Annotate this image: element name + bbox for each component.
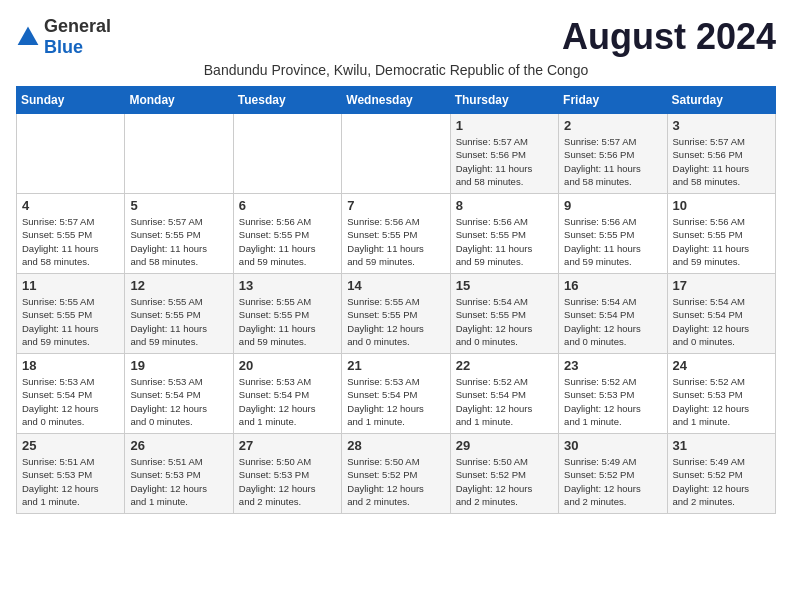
day-number: 10 [673, 198, 770, 213]
day-info: Sunrise: 5:51 AM Sunset: 5:53 PM Dayligh… [130, 455, 227, 508]
day-info: Sunrise: 5:51 AM Sunset: 5:53 PM Dayligh… [22, 455, 119, 508]
day-cell: 6Sunrise: 5:56 AM Sunset: 5:55 PM Daylig… [233, 194, 341, 274]
day-number: 25 [22, 438, 119, 453]
day-info: Sunrise: 5:50 AM Sunset: 5:52 PM Dayligh… [456, 455, 553, 508]
day-number: 9 [564, 198, 661, 213]
day-info: Sunrise: 5:54 AM Sunset: 5:55 PM Dayligh… [456, 295, 553, 348]
day-info: Sunrise: 5:57 AM Sunset: 5:55 PM Dayligh… [130, 215, 227, 268]
day-info: Sunrise: 5:56 AM Sunset: 5:55 PM Dayligh… [456, 215, 553, 268]
day-info: Sunrise: 5:49 AM Sunset: 5:52 PM Dayligh… [673, 455, 770, 508]
day-cell: 1Sunrise: 5:57 AM Sunset: 5:56 PM Daylig… [450, 114, 558, 194]
logo-icon [16, 25, 40, 49]
month-title: August 2024 [562, 16, 776, 58]
day-number: 20 [239, 358, 336, 373]
day-number: 29 [456, 438, 553, 453]
day-cell [17, 114, 125, 194]
day-number: 13 [239, 278, 336, 293]
header-cell-sunday: Sunday [17, 87, 125, 114]
day-number: 28 [347, 438, 444, 453]
day-number: 2 [564, 118, 661, 133]
day-info: Sunrise: 5:55 AM Sunset: 5:55 PM Dayligh… [22, 295, 119, 348]
day-number: 5 [130, 198, 227, 213]
day-info: Sunrise: 5:53 AM Sunset: 5:54 PM Dayligh… [347, 375, 444, 428]
day-info: Sunrise: 5:52 AM Sunset: 5:53 PM Dayligh… [564, 375, 661, 428]
header-cell-monday: Monday [125, 87, 233, 114]
day-number: 21 [347, 358, 444, 373]
day-cell: 4Sunrise: 5:57 AM Sunset: 5:55 PM Daylig… [17, 194, 125, 274]
day-info: Sunrise: 5:55 AM Sunset: 5:55 PM Dayligh… [239, 295, 336, 348]
day-cell: 2Sunrise: 5:57 AM Sunset: 5:56 PM Daylig… [559, 114, 667, 194]
day-cell: 29Sunrise: 5:50 AM Sunset: 5:52 PM Dayli… [450, 434, 558, 514]
day-info: Sunrise: 5:49 AM Sunset: 5:52 PM Dayligh… [564, 455, 661, 508]
logo-general: General [44, 16, 111, 36]
day-cell: 8Sunrise: 5:56 AM Sunset: 5:55 PM Daylig… [450, 194, 558, 274]
day-cell: 7Sunrise: 5:56 AM Sunset: 5:55 PM Daylig… [342, 194, 450, 274]
day-cell: 24Sunrise: 5:52 AM Sunset: 5:53 PM Dayli… [667, 354, 775, 434]
day-number: 24 [673, 358, 770, 373]
header-cell-friday: Friday [559, 87, 667, 114]
calendar-subtitle: Bandundu Province, Kwilu, Democratic Rep… [16, 62, 776, 78]
svg-marker-0 [18, 27, 39, 45]
day-number: 3 [673, 118, 770, 133]
day-info: Sunrise: 5:54 AM Sunset: 5:54 PM Dayligh… [564, 295, 661, 348]
week-row-1: 1Sunrise: 5:57 AM Sunset: 5:56 PM Daylig… [17, 114, 776, 194]
day-info: Sunrise: 5:56 AM Sunset: 5:55 PM Dayligh… [239, 215, 336, 268]
day-info: Sunrise: 5:53 AM Sunset: 5:54 PM Dayligh… [239, 375, 336, 428]
day-info: Sunrise: 5:50 AM Sunset: 5:52 PM Dayligh… [347, 455, 444, 508]
day-cell: 11Sunrise: 5:55 AM Sunset: 5:55 PM Dayli… [17, 274, 125, 354]
day-number: 6 [239, 198, 336, 213]
day-cell: 30Sunrise: 5:49 AM Sunset: 5:52 PM Dayli… [559, 434, 667, 514]
page-header: General Blue August 2024 [16, 16, 776, 58]
day-cell: 15Sunrise: 5:54 AM Sunset: 5:55 PM Dayli… [450, 274, 558, 354]
day-cell [342, 114, 450, 194]
day-cell: 28Sunrise: 5:50 AM Sunset: 5:52 PM Dayli… [342, 434, 450, 514]
day-cell: 12Sunrise: 5:55 AM Sunset: 5:55 PM Dayli… [125, 274, 233, 354]
day-info: Sunrise: 5:53 AM Sunset: 5:54 PM Dayligh… [130, 375, 227, 428]
day-number: 18 [22, 358, 119, 373]
logo-blue: Blue [44, 37, 83, 57]
week-row-5: 25Sunrise: 5:51 AM Sunset: 5:53 PM Dayli… [17, 434, 776, 514]
day-cell: 21Sunrise: 5:53 AM Sunset: 5:54 PM Dayli… [342, 354, 450, 434]
day-cell: 20Sunrise: 5:53 AM Sunset: 5:54 PM Dayli… [233, 354, 341, 434]
day-info: Sunrise: 5:50 AM Sunset: 5:53 PM Dayligh… [239, 455, 336, 508]
day-number: 4 [22, 198, 119, 213]
day-cell: 18Sunrise: 5:53 AM Sunset: 5:54 PM Dayli… [17, 354, 125, 434]
day-cell: 31Sunrise: 5:49 AM Sunset: 5:52 PM Dayli… [667, 434, 775, 514]
day-cell: 13Sunrise: 5:55 AM Sunset: 5:55 PM Dayli… [233, 274, 341, 354]
day-number: 19 [130, 358, 227, 373]
header-cell-saturday: Saturday [667, 87, 775, 114]
day-cell [125, 114, 233, 194]
day-number: 14 [347, 278, 444, 293]
day-cell: 3Sunrise: 5:57 AM Sunset: 5:56 PM Daylig… [667, 114, 775, 194]
week-row-2: 4Sunrise: 5:57 AM Sunset: 5:55 PM Daylig… [17, 194, 776, 274]
day-number: 23 [564, 358, 661, 373]
day-number: 30 [564, 438, 661, 453]
day-info: Sunrise: 5:57 AM Sunset: 5:56 PM Dayligh… [673, 135, 770, 188]
day-info: Sunrise: 5:52 AM Sunset: 5:54 PM Dayligh… [456, 375, 553, 428]
calendar-header: SundayMondayTuesdayWednesdayThursdayFrid… [17, 87, 776, 114]
day-info: Sunrise: 5:57 AM Sunset: 5:55 PM Dayligh… [22, 215, 119, 268]
week-row-4: 18Sunrise: 5:53 AM Sunset: 5:54 PM Dayli… [17, 354, 776, 434]
day-info: Sunrise: 5:57 AM Sunset: 5:56 PM Dayligh… [564, 135, 661, 188]
day-info: Sunrise: 5:52 AM Sunset: 5:53 PM Dayligh… [673, 375, 770, 428]
day-number: 16 [564, 278, 661, 293]
day-info: Sunrise: 5:57 AM Sunset: 5:56 PM Dayligh… [456, 135, 553, 188]
header-row: SundayMondayTuesdayWednesdayThursdayFrid… [17, 87, 776, 114]
calendar-table: SundayMondayTuesdayWednesdayThursdayFrid… [16, 86, 776, 514]
day-cell [233, 114, 341, 194]
day-cell: 16Sunrise: 5:54 AM Sunset: 5:54 PM Dayli… [559, 274, 667, 354]
logo-text: General Blue [44, 16, 111, 58]
day-cell: 19Sunrise: 5:53 AM Sunset: 5:54 PM Dayli… [125, 354, 233, 434]
header-cell-thursday: Thursday [450, 87, 558, 114]
day-cell: 23Sunrise: 5:52 AM Sunset: 5:53 PM Dayli… [559, 354, 667, 434]
day-number: 7 [347, 198, 444, 213]
day-number: 22 [456, 358, 553, 373]
logo: General Blue [16, 16, 111, 58]
day-cell: 17Sunrise: 5:54 AM Sunset: 5:54 PM Dayli… [667, 274, 775, 354]
day-number: 12 [130, 278, 227, 293]
day-cell: 14Sunrise: 5:55 AM Sunset: 5:55 PM Dayli… [342, 274, 450, 354]
day-cell: 5Sunrise: 5:57 AM Sunset: 5:55 PM Daylig… [125, 194, 233, 274]
header-cell-wednesday: Wednesday [342, 87, 450, 114]
day-info: Sunrise: 5:56 AM Sunset: 5:55 PM Dayligh… [673, 215, 770, 268]
day-cell: 10Sunrise: 5:56 AM Sunset: 5:55 PM Dayli… [667, 194, 775, 274]
